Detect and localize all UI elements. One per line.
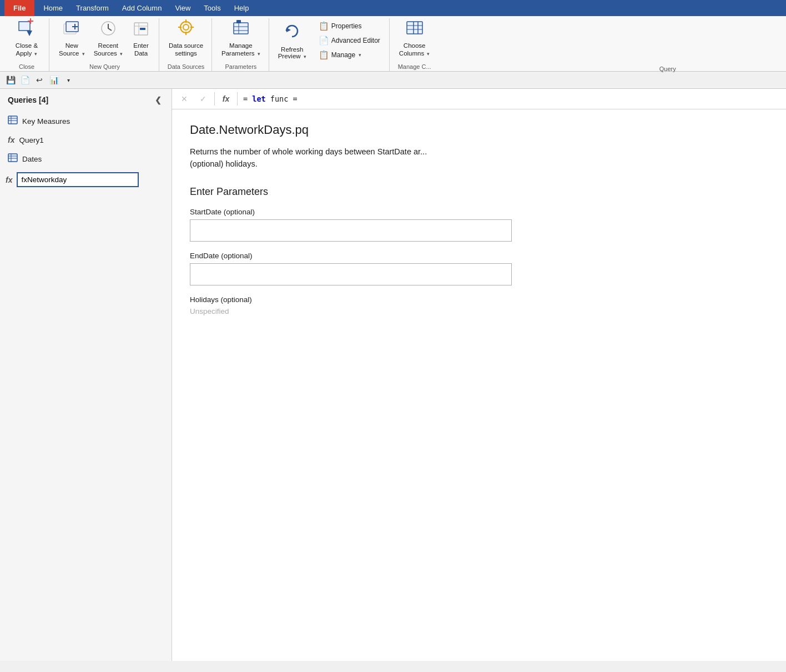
ribbon-group-new-query: NewSource ▾ RecentSources ▾ (51, 18, 159, 71)
svg-rect-23 (236, 20, 241, 23)
svg-rect-30 (8, 116, 17, 124)
formula-bar: ✕ ✓ fx = let func = (172, 89, 786, 109)
formula-divider-2 (237, 92, 238, 106)
choose-columns-button[interactable]: ChooseColumns ▾ (395, 21, 434, 61)
menu-transform[interactable]: Transform (69, 0, 115, 16)
recent-sources-icon (99, 19, 117, 40)
manage-parameters-label: ManageParameters ▾ (221, 42, 260, 58)
sidebar-item-fxnetworkday[interactable]: fx (0, 169, 172, 190)
ribbon-group-query-label: Query (275, 64, 786, 72)
quick-access-toolbar: 💾 📄 ↩ 📊 ▾ (0, 72, 786, 89)
properties-label: Properties (331, 22, 362, 30)
param-holidays-label: Holidays (optional) (190, 295, 768, 304)
properties-icon: 📋 (319, 21, 329, 31)
data-source-settings-icon (176, 17, 196, 40)
param-enddate-group: EndDate (optional) (190, 252, 768, 285)
refresh-preview-icon (283, 22, 301, 44)
close-apply-label: Close &Apply ▾ (16, 42, 38, 58)
ribbon-group-parameters-label: Parameters (218, 62, 264, 70)
svg-marker-3 (27, 31, 32, 36)
formula-cancel-button: ✕ (177, 91, 192, 107)
advanced-editor-label: Advanced Editor (331, 37, 380, 44)
menu-tools[interactable]: Tools (197, 0, 227, 16)
sidebar-item-label-key-measures: Key Measures (22, 117, 70, 126)
manage-button[interactable]: 📋 Manage ▾ (314, 48, 385, 62)
ribbon-group-query: RefreshPreview ▾ 📋 Properties 📄 Advanced… (270, 18, 390, 71)
svg-point-14 (183, 24, 189, 30)
ribbon-group-close: Close &Apply ▾ Close (4, 18, 49, 71)
ribbon: Close &Apply ▾ Close NewSour (0, 16, 786, 72)
sidebar-item-dates[interactable]: Dates (0, 149, 172, 169)
ribbon-group-manage-columns: ChooseColumns ▾ Manage C... (391, 18, 439, 71)
ribbon-group-parameters: ManageParameters ▾ Parameters (213, 18, 269, 71)
menu-file[interactable]: File (4, 0, 34, 16)
data-source-settings-button[interactable]: Data sourcesettings (165, 21, 207, 61)
close-apply-icon (17, 17, 37, 40)
menu-help[interactable]: Help (228, 0, 256, 16)
content-area: ✕ ✓ fx = let func = Date.NetworkDays.pq … (172, 89, 786, 661)
menu-view[interactable]: View (168, 0, 197, 16)
manage-icon: 📋 (319, 50, 329, 60)
content-title: Date.NetworkDays.pq (190, 123, 768, 137)
sidebar-item-query1[interactable]: fx Query1 (0, 131, 172, 149)
quick-access-dropdown[interactable]: ▾ (62, 74, 74, 86)
recent-sources-label: RecentSources ▾ (94, 42, 123, 58)
table-button[interactable]: 📊 (48, 74, 60, 86)
param-startdate-input[interactable] (190, 219, 512, 242)
refresh-preview-label: RefreshPreview ▾ (278, 46, 306, 59)
ribbon-side-group-query: 📋 Properties 📄 Advanced Editor 📋 Manage … (314, 21, 385, 61)
fx-icon-fxnetworkday: fx (6, 175, 12, 184)
close-apply-button[interactable]: Close &Apply ▾ (9, 21, 44, 61)
enter-data-icon (132, 19, 150, 40)
formula-divider (214, 92, 215, 106)
sidebar-item-label-dates: Dates (22, 155, 42, 163)
sidebar-collapse-button[interactable]: ❮ (153, 94, 164, 106)
menu-home[interactable]: Home (37, 0, 69, 16)
svg-rect-19 (234, 23, 248, 34)
enter-data-label: EnterData (133, 42, 149, 58)
properties-button[interactable]: 📋 Properties (314, 19, 385, 33)
formula-confirm-button: ✓ (195, 91, 211, 107)
param-enddate-input[interactable] (190, 263, 512, 285)
ribbon-group-close-label: Close (9, 62, 44, 70)
sidebar-header: Queries [4] ❮ (0, 89, 172, 111)
manage-label: Manage (331, 51, 355, 59)
ribbon-group-data-sources-label: Data Sources (165, 62, 207, 70)
content-main: Date.NetworkDays.pq Returns the number o… (172, 109, 786, 661)
svg-marker-24 (286, 28, 291, 32)
manage-dropdown-icon: ▾ (359, 52, 361, 58)
ribbon-group-data-sources: Data sourcesettings Data Sources (160, 18, 212, 71)
recent-sources-button[interactable]: RecentSources ▾ (90, 21, 127, 61)
section-title: Enter Parameters (190, 186, 768, 198)
advanced-editor-button[interactable]: 📄 Advanced Editor (314, 34, 385, 47)
param-holidays-value: Unspecified (190, 307, 768, 315)
formula-fx-button[interactable]: fx (218, 91, 234, 107)
main-layout: Queries [4] ❮ Key Measures fx Query1 (0, 89, 786, 661)
choose-columns-label: ChooseColumns ▾ (399, 42, 430, 58)
undo-button[interactable]: ↩ (33, 74, 46, 86)
svg-point-13 (180, 22, 192, 33)
ribbon-group-new-query-label: New Query (55, 62, 154, 70)
menu-bar: File Home Transform Add Column View Tool… (0, 0, 786, 16)
sidebar-item-key-measures[interactable]: Key Measures (0, 111, 172, 131)
data-source-settings-label: Data sourcesettings (169, 42, 203, 58)
sidebar: Queries [4] ❮ Key Measures fx Query1 (0, 89, 172, 661)
svg-rect-25 (407, 22, 422, 34)
new-source-button[interactable]: NewSource ▾ (55, 21, 89, 61)
new-source-icon (63, 19, 80, 40)
refresh-preview-button[interactable]: RefreshPreview ▾ (275, 21, 310, 61)
menu-add-column[interactable]: Add Column (115, 0, 169, 16)
table-icon-key-measures (8, 116, 18, 127)
table-icon-dates (8, 153, 18, 164)
svg-rect-12 (140, 28, 145, 30)
manage-parameters-button[interactable]: ManageParameters ▾ (218, 21, 264, 61)
formula-input[interactable]: = let func = (241, 92, 782, 106)
advanced-editor-icon: 📄 (319, 36, 329, 46)
enter-data-button[interactable]: EnterData (128, 21, 154, 61)
copy-button[interactable]: 📄 (19, 74, 31, 86)
save-button[interactable]: 💾 (4, 74, 17, 86)
sidebar-item-label-query1: Query1 (19, 136, 43, 144)
sidebar-item-edit-input[interactable] (17, 172, 139, 187)
param-holidays-group: Holidays (optional) Unspecified (190, 295, 768, 315)
manage-parameters-icon (231, 17, 251, 40)
